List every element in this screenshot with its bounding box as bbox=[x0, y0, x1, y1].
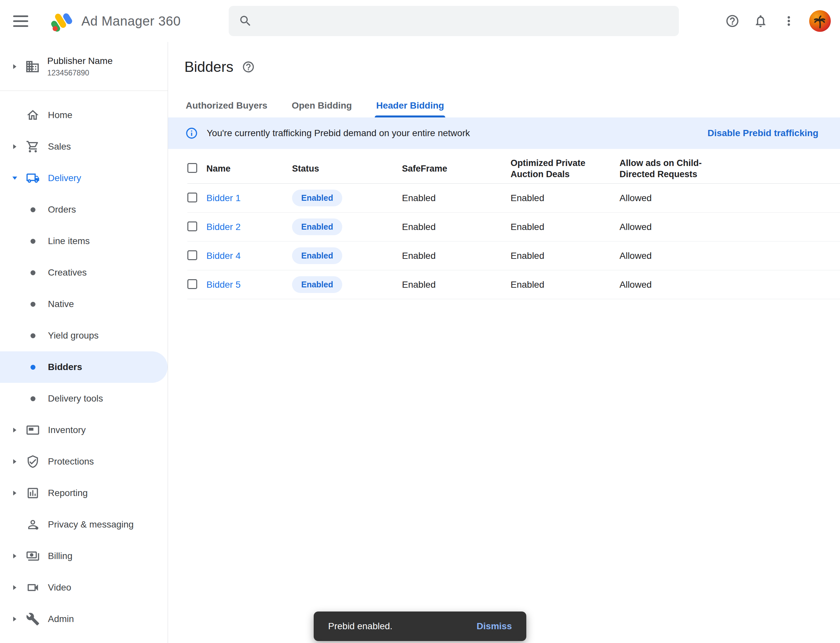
safeframe-value: Enabled bbox=[402, 222, 511, 232]
search-bar[interactable] bbox=[229, 6, 679, 36]
banner-message: You're currently trafficking Prebid dema… bbox=[207, 128, 470, 139]
sidebar-item-reporting[interactable]: Reporting bbox=[0, 477, 168, 509]
expand-caret-icon bbox=[8, 553, 21, 559]
sidebar-item-admin[interactable]: Admin bbox=[0, 603, 168, 635]
toast-dismiss-button[interactable]: Dismiss bbox=[477, 621, 512, 632]
child-directed-value: Allowed bbox=[619, 279, 840, 290]
payments-icon bbox=[21, 549, 45, 563]
private-auction-value: Enabled bbox=[511, 279, 619, 290]
bullet-icon bbox=[21, 396, 45, 401]
sidebar-item-yield-groups[interactable]: Yield groups bbox=[0, 320, 168, 351]
page-help-button[interactable] bbox=[242, 60, 255, 73]
prebid-info-banner: You're currently trafficking Prebid dema… bbox=[168, 118, 840, 149]
tab-header-bidding[interactable]: Header Bidding bbox=[375, 100, 445, 118]
more-vert-icon bbox=[781, 14, 796, 28]
row-checkbox[interactable] bbox=[187, 279, 197, 289]
safeframe-value: Enabled bbox=[402, 251, 511, 261]
status-badge: Enabled bbox=[292, 247, 342, 264]
tab-open-bidding[interactable]: Open Bidding bbox=[290, 100, 353, 118]
select-all-checkbox[interactable] bbox=[187, 163, 197, 173]
sidebar-item-billing[interactable]: Billing bbox=[0, 540, 168, 572]
bell-icon bbox=[753, 14, 768, 28]
column-header-safeframe: SafeFrame bbox=[402, 163, 511, 174]
bullet-icon bbox=[21, 333, 45, 338]
sidebar-nav: Home Sales Delivery Orders bbox=[0, 91, 168, 635]
bullet-icon bbox=[21, 302, 45, 307]
sidebar-item-inventory[interactable]: Inventory bbox=[0, 415, 168, 446]
bidder-link[interactable]: Bidder 2 bbox=[206, 222, 240, 232]
expand-caret-icon bbox=[8, 490, 21, 496]
wrench-icon bbox=[21, 612, 45, 626]
more-options-button[interactable] bbox=[778, 10, 799, 31]
publisher-id: 1234567890 bbox=[47, 69, 113, 77]
search-input[interactable] bbox=[260, 15, 669, 27]
search-icon bbox=[239, 14, 252, 28]
top-bar: Ad Manager 360 bbox=[0, 0, 840, 42]
hamburger-menu-icon[interactable] bbox=[13, 10, 34, 31]
private-auction-value: Enabled bbox=[511, 222, 619, 232]
status-badge: Enabled bbox=[292, 276, 342, 293]
column-header-name: Name bbox=[206, 163, 292, 174]
bidder-link[interactable]: Bidder 1 bbox=[206, 193, 240, 203]
safeframe-value: Enabled bbox=[402, 279, 511, 290]
private-auction-value: Enabled bbox=[511, 193, 619, 203]
help-button[interactable] bbox=[722, 10, 743, 31]
snackbar-toast: Prebid enabled. Dismiss bbox=[314, 612, 526, 641]
expand-caret-icon bbox=[8, 616, 21, 622]
row-checkbox[interactable] bbox=[187, 193, 197, 202]
disable-prebid-link[interactable]: Disable Prebid trafficking bbox=[708, 128, 818, 139]
status-badge: Enabled bbox=[292, 189, 342, 206]
user-avatar[interactable] bbox=[809, 10, 831, 32]
person-icon bbox=[21, 518, 45, 532]
building-icon bbox=[21, 59, 44, 74]
row-checkbox[interactable] bbox=[187, 250, 197, 260]
bullet-icon bbox=[21, 239, 45, 244]
tab-authorized-buyers[interactable]: Authorized Buyers bbox=[185, 100, 269, 118]
row-checkbox[interactable] bbox=[187, 222, 197, 231]
sidebar-item-creatives[interactable]: Creatives bbox=[0, 257, 168, 288]
bullet-icon bbox=[21, 365, 45, 370]
bidder-link[interactable]: Bidder 4 bbox=[206, 251, 240, 261]
expand-caret-icon bbox=[8, 427, 21, 433]
inventory-icon bbox=[21, 423, 45, 437]
sidebar-item-native[interactable]: Native bbox=[0, 288, 168, 320]
expand-caret-icon bbox=[8, 459, 21, 465]
ad-manager-app: Ad Manager 360 bbox=[0, 0, 840, 643]
sidebar: Publisher Name 1234567890 Home Sales bbox=[0, 42, 168, 643]
table-row: Bidder 4 Enabled Enabled Enabled Allowed bbox=[187, 242, 840, 270]
palm-tree-icon bbox=[811, 12, 829, 30]
publisher-name: Publisher Name bbox=[47, 56, 113, 66]
sidebar-item-video[interactable]: Video bbox=[0, 572, 168, 603]
sidebar-item-delivery[interactable]: Delivery bbox=[0, 162, 168, 194]
expand-caret-icon bbox=[8, 64, 21, 70]
expand-caret-icon bbox=[8, 144, 21, 150]
sidebar-item-delivery-tools[interactable]: Delivery tools bbox=[0, 383, 168, 415]
sidebar-item-line-items[interactable]: Line items bbox=[0, 225, 168, 257]
table-row: Bidder 5 Enabled Enabled Enabled Allowed bbox=[187, 270, 840, 299]
publisher-selector[interactable]: Publisher Name 1234567890 bbox=[0, 42, 168, 91]
bidder-link[interactable]: Bidder 5 bbox=[206, 279, 240, 290]
tab-bar: Authorized Buyers Open Bidding Header Bi… bbox=[185, 100, 824, 118]
shield-icon bbox=[21, 455, 45, 468]
sidebar-item-home[interactable]: Home bbox=[0, 100, 168, 131]
home-icon bbox=[21, 108, 45, 122]
sidebar-item-orders[interactable]: Orders bbox=[0, 194, 168, 225]
column-header-private-auction: Optimized Private Auction Deals bbox=[511, 157, 606, 180]
table-row: Bidder 2 Enabled Enabled Enabled Allowed bbox=[187, 212, 840, 242]
truck-icon bbox=[21, 171, 45, 185]
column-header-child-directed: Allow ads on Child-Directed Requests bbox=[619, 157, 721, 180]
sidebar-item-sales[interactable]: Sales bbox=[0, 131, 168, 162]
publisher-info: Publisher Name 1234567890 bbox=[47, 56, 113, 77]
toast-message: Prebid enabled. bbox=[328, 621, 392, 632]
table-row: Bidder 1 Enabled Enabled Enabled Allowed bbox=[187, 184, 840, 212]
safeframe-value: Enabled bbox=[402, 193, 511, 203]
sidebar-item-bidders[interactable]: Bidders bbox=[0, 351, 168, 383]
top-actions bbox=[722, 0, 831, 42]
child-directed-value: Allowed bbox=[619, 193, 840, 203]
child-directed-value: Allowed bbox=[619, 251, 840, 261]
sidebar-item-privacy-messaging[interactable]: Privacy & messaging bbox=[0, 509, 168, 540]
sidebar-item-protections[interactable]: Protections bbox=[0, 446, 168, 477]
notifications-button[interactable] bbox=[750, 10, 771, 31]
app-title: Ad Manager 360 bbox=[82, 14, 181, 29]
cart-icon bbox=[21, 140, 45, 153]
